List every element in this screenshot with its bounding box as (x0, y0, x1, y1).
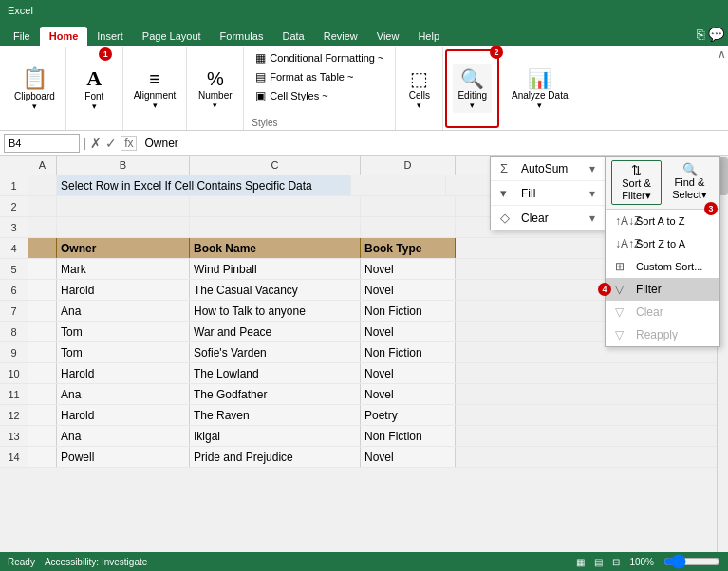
cell-c6[interactable]: The Casual Vacancy (190, 280, 361, 300)
ribbon-comment-icon[interactable]: 💬 (708, 27, 724, 42)
cell-c14[interactable]: Pride and Prejudice (190, 447, 361, 467)
cell-d5[interactable]: Novel (361, 259, 456, 279)
cell-b3[interactable] (57, 217, 190, 237)
cell-c3[interactable] (190, 217, 361, 237)
alignment-button[interactable]: ≡ Alignment ▾ (129, 65, 180, 113)
cell-d10[interactable]: Novel (361, 363, 456, 383)
cell-c9[interactable]: Sofie's Varden (190, 342, 361, 362)
cell-a14[interactable] (28, 447, 57, 467)
sort-a-to-z-item[interactable]: ↑A↓Z Sort A to Z (606, 210, 719, 232)
clipboard-button[interactable]: 📋 Clipboard ▾ (9, 64, 60, 114)
cell-a10[interactable] (28, 363, 57, 383)
cell-b10[interactable]: Harold (57, 363, 190, 383)
tab-review[interactable]: Review (314, 27, 367, 46)
view-normal-icon[interactable]: ▦ (576, 557, 585, 567)
cell-c11[interactable]: The Godfather (190, 384, 361, 404)
formula-input[interactable]: Owner (140, 137, 724, 150)
cell-b7[interactable]: Ana (57, 301, 190, 321)
cell-d12[interactable]: Poetry (361, 405, 456, 425)
custom-sort-item[interactable]: ⊞ Custom Sort... (606, 255, 719, 278)
cell-b2[interactable] (57, 196, 190, 216)
formula-cancel-icon[interactable]: ✗ (90, 136, 102, 151)
cell-reference-box[interactable]: B4 (4, 134, 80, 153)
tab-file[interactable]: File (4, 27, 40, 46)
cell-a12[interactable] (28, 405, 57, 425)
tab-formulas[interactable]: Formulas (211, 27, 273, 46)
clear-dropdown-item[interactable]: ◇ Clear ▾ (491, 206, 605, 230)
fill-item[interactable]: ▾ Fill ▾ (491, 181, 605, 206)
view-layout-icon[interactable]: ▤ (594, 557, 603, 567)
cell-d6[interactable]: Novel (361, 280, 456, 300)
zoom-slider[interactable] (663, 557, 720, 566)
formula-confirm-icon[interactable]: ✓ (105, 136, 117, 151)
tab-help[interactable]: Help (408, 27, 449, 46)
cell-b5[interactable]: Mark (57, 259, 190, 279)
tab-view[interactable]: View (367, 27, 409, 46)
cell-d2[interactable] (361, 196, 456, 216)
cell-d14[interactable]: Novel (361, 447, 456, 467)
cell-c8[interactable]: War and Peace (190, 322, 361, 341)
cell-a4[interactable] (28, 238, 57, 258)
cell-d13[interactable]: Non Fiction (361, 426, 456, 446)
tab-data[interactable]: Data (272, 27, 313, 46)
insert-function-icon[interactable]: fx (121, 136, 137, 151)
cell-a5[interactable] (28, 259, 57, 279)
cell-b11[interactable]: Ana (57, 384, 190, 404)
cell-c7[interactable]: How to Talk to anyone (190, 301, 361, 321)
tab-home[interactable]: Home (40, 27, 88, 46)
cell-c12[interactable]: The Raven (190, 405, 361, 425)
cell-a11[interactable] (28, 384, 57, 404)
number-button[interactable]: % Number ▾ (194, 65, 237, 113)
cell-a6[interactable] (28, 280, 57, 300)
view-page-break-icon[interactable]: ⊟ (612, 557, 620, 567)
cell-d1[interactable] (351, 175, 446, 195)
tab-page-layout[interactable]: Page Layout (133, 27, 211, 46)
cell-c5[interactable]: Wind Pinball (190, 259, 361, 279)
cell-b9[interactable]: Tom (57, 342, 190, 362)
cell-b6[interactable]: Harold (57, 280, 190, 300)
ribbon-share-icon[interactable]: ⎘ (697, 27, 704, 42)
editing-button[interactable]: 🔍 Editing ▾ (453, 64, 492, 113)
ribbon-expand-icon[interactable]: ∧ (718, 47, 726, 61)
sort-filter-title[interactable]: ⇅ Sort &Filter▾ (611, 160, 662, 205)
col-header-b[interactable]: B (57, 156, 190, 175)
font-button[interactable]: A Font ▾ (80, 64, 108, 114)
cell-styles-button[interactable]: ▣ Cell Styles ~ (252, 87, 387, 104)
cell-a8[interactable] (28, 322, 57, 341)
col-header-c[interactable]: C (190, 156, 361, 175)
cell-a1[interactable] (28, 175, 57, 195)
cell-a2[interactable] (28, 196, 57, 216)
cell-b4[interactable]: Owner (57, 238, 190, 258)
analyze-button[interactable]: 📊 Analyze Data ▾ (507, 64, 572, 113)
cell-a7[interactable] (28, 301, 57, 321)
tab-insert[interactable]: Insert (87, 27, 133, 46)
col-header-a[interactable]: A (28, 156, 57, 175)
find-select-title[interactable]: 🔍 Find &Select▾ (665, 160, 714, 205)
cell-b8[interactable]: Tom (57, 322, 190, 341)
cell-a3[interactable] (28, 217, 57, 237)
cell-c10[interactable]: The Lowland (190, 363, 361, 383)
cell-d4[interactable]: Book Type (361, 238, 456, 258)
sort-z-to-a-item[interactable]: ↓A↑Z Sort Z to A (606, 232, 719, 255)
reapply-item[interactable]: ▽ Reapply (606, 323, 719, 346)
cell-b13[interactable]: Ana (57, 426, 190, 446)
cell-c2[interactable] (190, 196, 361, 216)
cell-c4[interactable]: Book Name (190, 238, 361, 258)
cell-d11[interactable]: Novel (361, 384, 456, 404)
cell-d7[interactable]: Non Fiction (361, 301, 456, 321)
format-as-table-button[interactable]: ▤ Format as Table ~ (252, 68, 387, 85)
col-header-d[interactable]: D (361, 156, 456, 175)
clear-filter-item[interactable]: ▽ Clear (606, 301, 719, 323)
cell-b14[interactable]: Powell (57, 447, 190, 467)
autosum-item[interactable]: Σ AutoSum ▾ (491, 157, 605, 181)
cell-d9[interactable]: Non Fiction (361, 342, 456, 362)
cell-c13[interactable]: Ikigai (190, 426, 361, 446)
cell-a9[interactable] (28, 342, 57, 362)
cell-a13[interactable] (28, 426, 57, 446)
conditional-formatting-button[interactable]: ▦ Conditional Formatting ~ (252, 49, 387, 66)
filter-item[interactable]: ▽ Filter 4 (606, 278, 719, 301)
cell-d3[interactable] (361, 217, 456, 237)
cell-d8[interactable]: Novel (361, 322, 456, 341)
cell-b1[interactable]: Select Row in Excel If Cell Contains Spe… (57, 175, 351, 195)
cells-button[interactable]: ⬚ Cells ▾ (404, 64, 435, 113)
